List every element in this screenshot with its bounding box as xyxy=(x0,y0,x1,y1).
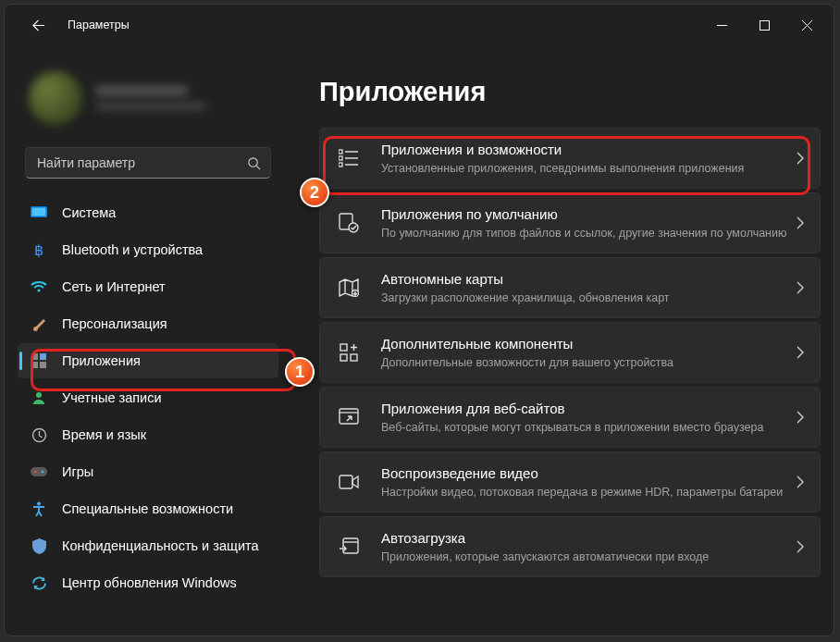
person-icon xyxy=(31,389,47,406)
sidebar-item-label: Конфиденциальность и защита xyxy=(62,538,259,553)
chevron-right-icon xyxy=(797,411,805,424)
callout-badge-1: 1 xyxy=(285,357,315,387)
sidebar-item-accounts[interactable]: Учетные записи xyxy=(18,380,278,415)
bluetooth-icon: ฿ xyxy=(31,241,47,258)
sidebar-item-apps[interactable]: Приложения xyxy=(18,343,278,378)
list-icon xyxy=(337,146,361,170)
tile-default-apps[interactable]: Приложения по умолчанию По умолчанию для… xyxy=(319,192,821,253)
chevron-right-icon xyxy=(797,475,805,488)
sidebar-item-label: Приложения xyxy=(62,353,141,368)
tile-web-apps[interactable]: Приложения для веб-сайтов Веб-сайты, кот… xyxy=(319,387,821,448)
sidebar-item-label: Учетные записи xyxy=(62,390,162,405)
tile-title: Воспроизведение видео xyxy=(381,464,787,483)
svg-rect-25 xyxy=(340,475,352,488)
grid-plus-icon xyxy=(337,340,361,364)
svg-rect-21 xyxy=(340,344,347,351)
browser-open-icon xyxy=(337,405,361,429)
close-button[interactable] xyxy=(785,9,828,41)
chevron-right-icon xyxy=(797,152,805,165)
svg-point-9 xyxy=(36,392,42,398)
video-icon xyxy=(337,470,361,494)
wifi-icon xyxy=(31,278,47,295)
svg-point-14 xyxy=(37,501,41,505)
arrow-left-icon xyxy=(31,19,45,32)
accessibility-icon xyxy=(31,500,47,517)
sidebar-item-label: Система xyxy=(62,205,116,220)
chevron-right-icon xyxy=(797,216,805,229)
gamepad-icon xyxy=(31,463,47,480)
system-icon xyxy=(31,204,47,221)
sidebar-item-gaming[interactable]: Игры xyxy=(18,454,278,489)
sidebar-item-network[interactable]: Сеть и Интернет xyxy=(18,269,278,304)
svg-rect-7 xyxy=(31,362,38,368)
brush-icon xyxy=(31,315,47,332)
tile-apps-features[interactable]: Приложения и возможности Установленные п… xyxy=(319,128,821,189)
sidebar-item-bluetooth[interactable]: ฿ Bluetooth и устройства xyxy=(18,232,278,267)
tile-optional-features[interactable]: Дополнительные компоненты Дополнительные… xyxy=(319,322,821,383)
sidebar-item-privacy[interactable]: Конфиденциальность и защита xyxy=(18,528,278,563)
svg-rect-17 xyxy=(339,163,342,167)
sidebar-item-accessibility[interactable]: Специальные возможности xyxy=(18,491,278,526)
default-apps-icon xyxy=(337,211,361,235)
chevron-right-icon xyxy=(797,281,805,294)
svg-point-12 xyxy=(34,471,37,474)
sidebar-item-system[interactable]: Система xyxy=(18,195,278,230)
tile-title: Приложения и возможности xyxy=(381,141,787,159)
close-icon xyxy=(802,20,812,31)
sidebar-item-label: Bluetooth и устройства xyxy=(62,242,203,257)
callout-badge-2: 2 xyxy=(300,178,329,207)
sidebar-item-label: Персонализация xyxy=(62,316,167,331)
minimize-button[interactable] xyxy=(700,9,743,41)
svg-rect-8 xyxy=(40,362,46,368)
page-title: Приложения xyxy=(319,77,821,107)
svg-rect-26 xyxy=(343,538,358,553)
sidebar-item-label: Время и язык xyxy=(62,427,146,442)
sidebar-item-label: Игры xyxy=(62,464,93,479)
sidebar-item-label: Специальные возможности xyxy=(62,501,233,516)
sidebar-item-label: Сеть и Интернет xyxy=(62,279,166,294)
tile-sub: По умолчанию для типов файлов и ссылок, … xyxy=(381,226,787,241)
back-button[interactable] xyxy=(21,8,55,42)
clock-globe-icon xyxy=(31,426,47,443)
chevron-right-icon xyxy=(797,540,805,553)
maximize-icon xyxy=(760,20,770,31)
maximize-button[interactable] xyxy=(743,9,785,41)
svg-rect-0 xyxy=(760,20,769,30)
tile-sub: Дополнительные возможности для вашего ус… xyxy=(381,355,787,370)
tile-sub: Веб-сайты, которые могут открываться в п… xyxy=(381,420,787,435)
tile-video-playback[interactable]: Воспроизведение видео Настройки видео, п… xyxy=(319,451,821,512)
window-title: Параметры xyxy=(68,19,130,31)
tile-startup[interactable]: Автозагрузка Приложения, которые запуска… xyxy=(319,516,821,577)
svg-point-1 xyxy=(249,157,257,166)
tile-title: Автозагрузка xyxy=(381,529,787,548)
svg-rect-22 xyxy=(340,354,347,361)
tile-sub: Загрузки расположение хранилища, обновле… xyxy=(381,290,787,305)
tile-title: Автономные карты xyxy=(381,270,787,289)
tile-title: Приложения для веб-сайтов xyxy=(381,400,787,418)
shield-icon xyxy=(31,537,47,554)
svg-rect-15 xyxy=(339,150,342,154)
search-icon xyxy=(247,156,261,170)
tile-sub: Приложения, которые запускаются автомати… xyxy=(381,549,787,564)
sidebar-item-windows-update[interactable]: Центр обновления Windows xyxy=(18,565,278,600)
sidebar-item-label: Центр обновления Windows xyxy=(62,575,237,590)
svg-point-4 xyxy=(37,289,40,291)
user-profile[interactable] xyxy=(12,45,284,147)
map-icon xyxy=(337,276,361,300)
svg-rect-6 xyxy=(40,353,46,360)
tile-sub: Настройки видео, потоковая передача в ре… xyxy=(381,485,787,500)
tile-title: Дополнительные компоненты xyxy=(381,335,787,353)
chevron-right-icon xyxy=(797,346,805,359)
tile-sub: Установленные приложения, псевдонимы вып… xyxy=(381,161,787,176)
update-icon xyxy=(31,574,47,591)
search-input-container[interactable] xyxy=(25,147,271,179)
startup-icon xyxy=(337,535,361,559)
tile-offline-maps[interactable]: Автономные карты Загрузки расположение х… xyxy=(319,257,821,318)
apps-icon xyxy=(31,352,47,369)
sidebar-item-time-language[interactable]: Время и язык xyxy=(18,417,278,452)
svg-rect-11 xyxy=(31,467,47,476)
avatar xyxy=(29,71,82,125)
minimize-icon xyxy=(717,20,727,31)
sidebar-item-personalization[interactable]: Персонализация xyxy=(18,306,278,341)
search-input[interactable] xyxy=(37,155,247,170)
